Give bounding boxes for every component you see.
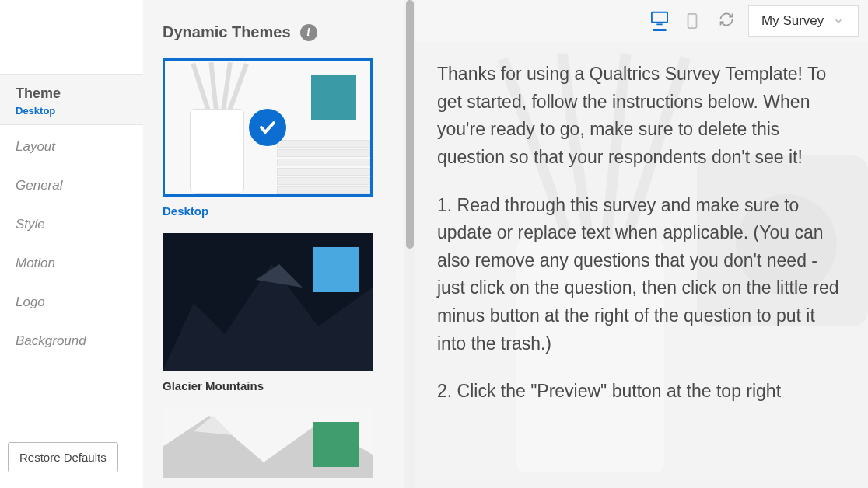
theme-swatch: [313, 422, 359, 467]
sidebar-item-style[interactable]: Style: [16, 217, 128, 232]
themes-scrollbar[interactable]: [404, 0, 415, 488]
theme-card-glacier[interactable]: Glacier Mountains: [163, 233, 385, 392]
scrollbar-thumb[interactable]: [406, 0, 414, 249]
sidebar-item-layout[interactable]: Layout: [16, 139, 128, 155]
info-icon[interactable]: i: [300, 24, 317, 41]
svg-rect-4: [652, 12, 667, 23]
step-1-paragraph: 1. Read through this survey and make sur…: [437, 192, 845, 358]
survey-selector[interactable]: My Survey: [748, 5, 859, 37]
chevron-down-icon: [833, 16, 844, 26]
survey-selector-label: My Survey: [761, 13, 824, 29]
settings-sidebar: Theme Desktop Layout General Style Motio…: [0, 0, 143, 488]
theme-card-third[interactable]: [163, 408, 385, 478]
survey-preview: My Survey Thanks for using a Qualtrics S…: [415, 0, 868, 488]
sidebar-item-motion[interactable]: Motion: [16, 256, 128, 271]
theme-label-desktop: Desktop: [163, 204, 385, 218]
sidebar-item-theme[interactable]: Theme Desktop: [0, 74, 143, 125]
device-mobile-button[interactable]: [680, 8, 705, 34]
sidebar-list: Layout General Style Motion Logo Backgro…: [0, 125, 143, 442]
sidebar-item-background[interactable]: Background: [16, 333, 128, 349]
themes-panel: Dynamic Themes i Desktop: [143, 0, 404, 488]
theme-label-glacier: Glacier Mountains: [163, 379, 385, 392]
theme-thumb-desktop: [163, 58, 373, 197]
sidebar-theme-title: Theme: [16, 85, 128, 102]
restore-defaults-button[interactable]: Restore Defaults: [8, 442, 118, 472]
desktop-icon: [651, 11, 668, 26]
refresh-button[interactable]: [719, 12, 734, 30]
device-toggle: [647, 8, 705, 34]
themes-heading: Dynamic Themes: [163, 23, 291, 41]
sidebar-logo-area: [0, 0, 143, 74]
preview-topbar: My Survey: [415, 0, 868, 42]
themes-header: Dynamic Themes i: [163, 23, 385, 41]
sidebar-item-logo[interactable]: Logo: [16, 295, 128, 310]
sidebar-theme-sub: Desktop: [16, 105, 128, 117]
svg-point-7: [691, 25, 693, 26]
theme-swatch: [311, 75, 356, 120]
theme-thumb-third: [163, 408, 373, 478]
checkmark-icon: [249, 109, 286, 146]
theme-thumb-glacier: [163, 233, 373, 371]
device-desktop-button[interactable]: [647, 8, 672, 34]
sidebar-item-general[interactable]: General: [16, 178, 128, 193]
svg-rect-5: [656, 23, 662, 25]
survey-question-text[interactable]: Thanks for using a Qualtrics Survey Temp…: [437, 61, 845, 426]
theme-card-desktop[interactable]: Desktop: [163, 58, 385, 218]
mobile-icon: [684, 13, 701, 29]
refresh-icon: [719, 12, 734, 27]
app-root: Theme Desktop Layout General Style Motio…: [0, 0, 868, 488]
intro-paragraph: Thanks for using a Qualtrics Survey Temp…: [437, 61, 845, 172]
theme-swatch: [313, 247, 359, 292]
step-2-paragraph: 2. Click the "Preview" button at the top…: [437, 378, 845, 406]
